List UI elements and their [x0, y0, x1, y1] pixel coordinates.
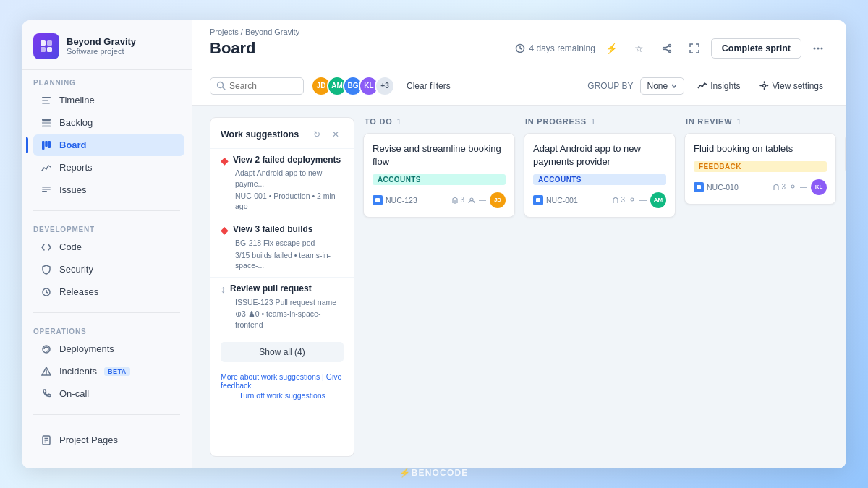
lightning-btn[interactable]: ⚡ [601, 38, 623, 59]
card-nuc-010[interactable]: Fluid booking on tablets FEEDBACK NUC-01… [684, 133, 836, 205]
svg-point-32 [817, 47, 820, 49]
project-pages-label: Project Pages [59, 435, 118, 445]
releases-label: Releases [59, 286, 98, 297]
breadcrumb-projects[interactable]: Projects [210, 27, 239, 36]
work-suggestions-panel: Work suggestions ↻ ✕ ◆ View 2 failed dep… [210, 117, 354, 457]
svg-point-27 [663, 47, 665, 49]
card-nuc-001-badge: ACCOUNTS [533, 174, 666, 185]
group-by-select[interactable]: None [640, 77, 684, 95]
issues-icon [41, 184, 52, 196]
ws-item-1[interactable]: ◆ View 2 failed deployments Adapt Androi… [210, 148, 354, 218]
ws-links: More about work suggestions | Give feedb… [210, 368, 354, 407]
releases-icon [41, 286, 52, 298]
card-id-icon-blue-2 [533, 195, 543, 205]
svg-point-31 [814, 47, 816, 49]
svg-rect-4 [42, 97, 51, 98]
chevron-down-icon [671, 82, 678, 90]
clear-filters-button[interactable]: Clear filters [402, 78, 455, 94]
sidebar-item-code[interactable]: Code [33, 236, 184, 258]
svg-point-43 [791, 185, 794, 188]
card-nuc-123-id: NUC-123 [373, 195, 417, 205]
card-nuc-001-title: Adapt Android app to new payments provid… [533, 142, 666, 168]
svg-rect-12 [48, 141, 51, 148]
sidebar-item-backlog[interactable]: Backlog [33, 112, 184, 134]
breadcrumb: Projects / Beyond Gravity [210, 20, 829, 38]
inprogress-col-header: IN PROGRESS 1 [524, 117, 676, 126]
sidebar-item-project-pages[interactable]: Project Pages [33, 429, 184, 451]
svg-rect-42 [697, 185, 701, 189]
inreview-col-header: IN REVIEW 1 [684, 117, 836, 126]
share-btn[interactable] [656, 38, 678, 59]
watermark: ⚡BENOCODE [399, 468, 468, 478]
svg-rect-9 [42, 125, 51, 127]
time-remaining: 4 days remaining [515, 43, 595, 53]
ws-link-more[interactable]: More about work suggestions | Give feedb… [221, 372, 344, 390]
development-label: DEVELOPMENT [33, 226, 184, 234]
security-label: Security [59, 264, 93, 275]
sidebar-item-issues[interactable]: Issues [33, 179, 184, 201]
card-nuc-123-badge: ACCOUNTS [373, 174, 506, 185]
done-card-partial[interactable] [845, 133, 846, 175]
svg-rect-7 [42, 119, 51, 121]
inreview-column: IN REVIEW 1 Fluid booking on tablets FEE… [684, 117, 836, 457]
svg-rect-11 [45, 141, 48, 147]
search-box[interactable] [210, 77, 304, 95]
card-nuc-123[interactable]: Revise and streamline booking flow ACCOU… [363, 133, 515, 218]
avatar-group: JD AM BG KL +3 [311, 76, 395, 96]
board-label: Board [59, 140, 87, 150]
ws-item-3-title: Review pull request [230, 283, 312, 295]
backlog-label: Backlog [59, 117, 93, 128]
group-by-label: GROUP BY [587, 81, 633, 91]
sidebar-item-incidents[interactable]: Incidents BETA [33, 361, 184, 382]
view-settings-button[interactable]: View settings [754, 78, 829, 94]
search-input[interactable] [229, 81, 287, 91]
sidebar-item-timeline[interactable]: Timeline [33, 90, 184, 111]
breadcrumb-beyond-gravity[interactable]: Beyond Gravity [245, 27, 299, 36]
header-actions: 4 days remaining ⚡ ☆ Complete sprint [515, 38, 829, 59]
card-nuc-010-title: Fluid booking on tablets [694, 142, 827, 155]
card-nuc-123-avatar: JD [490, 192, 506, 208]
project-icon [33, 33, 59, 59]
sidebar-item-deployments[interactable]: Deployments [33, 338, 184, 360]
settings-icon [760, 81, 769, 90]
sidebar-item-security[interactable]: Security [33, 259, 184, 281]
ws-link-turnoff[interactable]: Turn off work suggestions [239, 391, 326, 400]
show-all-button[interactable]: Show all (4) [221, 342, 344, 362]
ws-refresh-btn[interactable]: ↻ [309, 127, 325, 142]
more-options-btn[interactable] [807, 38, 829, 59]
sidebar: Beyond Gravity Software project PLANNING… [22, 20, 192, 468]
ws-item-2[interactable]: ◆ View 3 failed builds BG-218 Fix escape… [210, 218, 354, 277]
svg-rect-0 [41, 40, 46, 46]
sidebar-item-reports[interactable]: Reports [33, 157, 184, 179]
ws-close-btn[interactable]: ✕ [328, 127, 344, 142]
incidents-label: Incidents [59, 366, 97, 377]
sidebar-item-releases[interactable]: Releases [33, 281, 184, 303]
card-nuc-001-avatar: AM [650, 192, 666, 208]
project-header[interactable]: Beyond Gravity Software project [22, 20, 192, 70]
svg-rect-13 [42, 187, 51, 188]
complete-sprint-button[interactable]: Complete sprint [711, 38, 801, 59]
card-id-icon-blue-3 [694, 182, 704, 192]
svg-point-33 [821, 47, 823, 49]
ws-item-3[interactable]: ↕ Review pull request ISSUE-123 Pull req… [210, 277, 354, 336]
card-nuc-010-meta: 3 — KL [773, 179, 827, 195]
sidebar-item-oncall[interactable]: On-call [33, 383, 184, 405]
star-btn[interactable]: ☆ [629, 38, 650, 59]
avatar-count[interactable]: +3 [375, 76, 395, 96]
svg-rect-10 [42, 141, 45, 150]
sidebar-item-board[interactable]: Board [33, 134, 184, 156]
svg-line-29 [665, 46, 668, 47]
svg-rect-14 [42, 189, 51, 190]
insights-button[interactable]: Insights [692, 78, 746, 94]
card-nuc-010-id: NUC-010 [694, 182, 739, 192]
ws-item-1-title: View 2 failed deployments [233, 155, 341, 166]
fullscreen-btn[interactable] [684, 38, 705, 59]
page-title: Board [210, 39, 256, 58]
card-nuc-010-avatar: KL [811, 179, 827, 195]
card-nuc-001[interactable]: Adapt Android app to new payments provid… [524, 133, 676, 218]
ws-item-3-sub2: ⊕3 ♟0 • teams-in-space-frontend [221, 309, 344, 330]
reports-icon [41, 162, 52, 174]
ws-item-2-sub2: 3/15 builds failed • teams-in-space-... [221, 250, 344, 271]
beta-badge: BETA [104, 367, 130, 376]
svg-rect-8 [42, 121, 51, 124]
